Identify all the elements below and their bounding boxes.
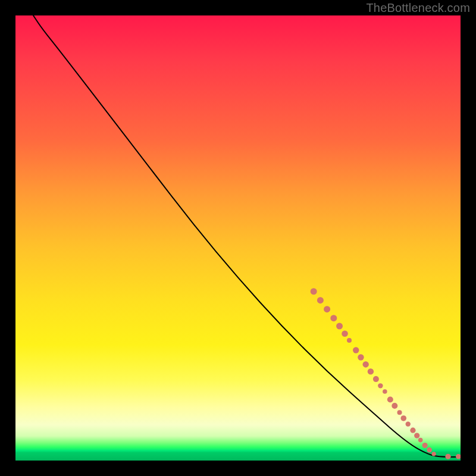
watermark-text: TheBottleneck.com [366,1,470,15]
data-marker [432,452,436,456]
data-marker [378,383,383,388]
data-marker [383,389,387,394]
data-marker [347,338,352,343]
data-marker [400,415,406,421]
plot-area [15,15,461,461]
data-marker [324,306,330,312]
bottleneck-curve [33,15,461,457]
data-marker [358,354,364,360]
data-marker [397,410,402,415]
data-marker [427,447,432,453]
data-marker [406,421,411,426]
data-marker [392,403,397,409]
data-marker [373,376,379,382]
data-marker [311,288,317,295]
data-marker [317,297,324,303]
data-marker [445,454,450,459]
chart-svg [15,15,461,461]
data-marker [362,361,368,367]
data-marker [336,323,343,330]
data-marker [368,368,374,374]
chart-stage: TheBottleneck.com [0,0,476,476]
data-markers [311,288,461,459]
data-marker [330,315,337,321]
data-marker [410,428,415,433]
data-marker [387,397,393,403]
data-marker [353,347,359,353]
data-marker [422,443,428,448]
data-marker [414,433,419,439]
data-marker [342,331,348,337]
data-marker [418,438,423,443]
